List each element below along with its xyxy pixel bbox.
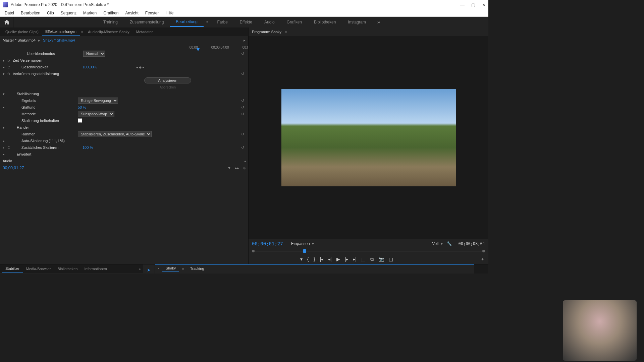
- disclosure-toggle[interactable]: ▸: [3, 65, 7, 69]
- stopwatch-icon[interactable]: ⏱: [7, 65, 12, 69]
- button-editor-icon[interactable]: ＋: [480, 256, 485, 262]
- play-only-icon[interactable]: ▸▸: [235, 166, 239, 170]
- disclosure-toggle[interactable]: ▾: [3, 92, 7, 96]
- home-icon[interactable]: [0, 17, 13, 27]
- workspace-audio[interactable]: Audio: [258, 18, 281, 26]
- timeline-tab-shaky[interactable]: Shaky: [162, 265, 179, 272]
- ec-sequence-clip[interactable]: Shaky * Shaky.mp4: [43, 38, 75, 42]
- prev-keyframe-icon[interactable]: ◂: [136, 65, 138, 69]
- reset-icon[interactable]: [241, 105, 244, 110]
- menu-grafiken[interactable]: Grafiken: [100, 10, 122, 16]
- export-frame-icon[interactable]: ⎋: [243, 166, 246, 170]
- play-icon[interactable]: ▶: [336, 256, 340, 262]
- menu-datei[interactable]: Datei: [1, 10, 17, 16]
- maximize-button[interactable]: ▢: [471, 2, 475, 7]
- scrub-start-knob[interactable]: [252, 250, 255, 252]
- reset-icon[interactable]: [241, 72, 244, 76]
- filter-icon[interactable]: ▼: [227, 166, 231, 170]
- disclosure-toggle[interactable]: ▸: [3, 105, 7, 110]
- additional-scale-value[interactable]: 100 %: [83, 145, 136, 149]
- workspace-farbe[interactable]: Farbe: [211, 18, 233, 26]
- ec-play-icon[interactable]: ▸: [244, 38, 246, 43]
- close-tab-icon[interactable]: ×: [157, 266, 159, 270]
- menu-bearbeiten[interactable]: Bearbeiten: [17, 10, 44, 16]
- menu-fenster[interactable]: Fenster: [142, 10, 162, 16]
- workspace-instagram[interactable]: Instagram: [342, 18, 372, 26]
- workspace-bearbeitung[interactable]: Bearbeitung: [170, 17, 204, 27]
- ec-master-clip[interactable]: Master * Shaky.mp4: [3, 38, 36, 42]
- mark-clip-in-icon[interactable]: {: [307, 256, 309, 262]
- ec-playhead[interactable]: [198, 50, 198, 164]
- tab-audio-mixer[interactable]: Audioclip-Mischer: Shaky: [85, 28, 133, 35]
- panel-menu-icon[interactable]: ≡: [285, 30, 287, 34]
- go-to-out-icon[interactable]: ▸|: [353, 256, 357, 262]
- overflow-icon[interactable]: »: [139, 267, 141, 271]
- menu-ansicht[interactable]: Ansicht: [122, 10, 142, 16]
- disclosure-toggle[interactable]: ▾: [3, 72, 7, 76]
- smoothness-value[interactable]: 50 %: [78, 105, 131, 109]
- tab-info[interactable]: Informationen: [81, 265, 110, 272]
- speed-value[interactable]: 100,00%: [83, 65, 136, 69]
- menu-clip[interactable]: Clip: [44, 10, 57, 16]
- add-keyframe-icon[interactable]: ◆: [139, 65, 142, 69]
- workspace-zusammenstellung[interactable]: Zusammenstellung: [124, 18, 170, 26]
- reset-icon[interactable]: [241, 145, 244, 150]
- tab-effect-controls[interactable]: Effekteinstellungen: [42, 28, 80, 36]
- method-select[interactable]: Subspace-Warp: [78, 111, 114, 117]
- tab-project[interactable]: Stabilize: [2, 265, 23, 273]
- selection-tool-icon[interactable]: ➤: [146, 266, 152, 273]
- step-back-icon[interactable]: ◂|: [328, 256, 332, 262]
- fx-badge-icon[interactable]: fx: [7, 72, 13, 76]
- comparison-view-icon[interactable]: ◫: [389, 256, 393, 262]
- collapse-icon[interactable]: ▴: [244, 159, 246, 163]
- mark-clip-out-icon[interactable]: }: [314, 256, 315, 262]
- blend-mode-select[interactable]: Normal: [83, 51, 105, 57]
- menu-sequenz[interactable]: Sequenz: [57, 10, 80, 16]
- program-scrub-track[interactable]: [252, 251, 485, 251]
- workspace-training[interactable]: Training: [97, 18, 124, 26]
- workspace-grafiken[interactable]: Grafiken: [281, 18, 308, 26]
- minimize-button[interactable]: —: [460, 2, 465, 7]
- workspace-overflow-icon[interactable]: »: [373, 19, 384, 25]
- preserve-scale-checkbox[interactable]: [78, 118, 82, 123]
- reset-icon[interactable]: [241, 112, 244, 116]
- program-timecode[interactable]: 00;00;01;27: [252, 241, 283, 246]
- program-scrub-handle[interactable]: [303, 249, 306, 253]
- tab-metadata[interactable]: Metadaten: [133, 28, 157, 35]
- reset-icon[interactable]: [241, 132, 244, 136]
- workspace-bibliotheken[interactable]: Bibliotheken: [308, 18, 342, 26]
- mark-in-icon[interactable]: ▾: [300, 256, 303, 262]
- extract-icon[interactable]: ⧉: [370, 256, 374, 262]
- menu-hilfe[interactable]: Hilfe: [162, 10, 177, 16]
- disclosure-toggle[interactable]: ▾: [3, 58, 7, 63]
- workspace-menu-icon[interactable]: ≡: [204, 20, 211, 24]
- settings-wrench-icon[interactable]: 🔧: [447, 241, 452, 246]
- workspace-effekte[interactable]: Effekte: [234, 18, 258, 26]
- export-frame-icon[interactable]: 📷: [378, 256, 384, 262]
- disclosure-toggle[interactable]: ▸: [3, 152, 7, 157]
- resolution-dropdown[interactable]: Voll: [432, 241, 438, 246]
- disclosure-toggle[interactable]: ▸: [3, 139, 7, 143]
- fit-dropdown[interactable]: Einpassen: [291, 241, 310, 246]
- stopwatch-icon[interactable]: ⏱: [7, 146, 12, 149]
- panel-menu-icon[interactable]: ≡: [182, 266, 184, 270]
- tab-libraries[interactable]: Bibliotheken: [54, 265, 81, 272]
- reset-icon[interactable]: [241, 99, 244, 103]
- go-to-in-icon[interactable]: |◂: [320, 256, 323, 262]
- chevron-down-icon[interactable]: ▾: [441, 241, 443, 246]
- next-keyframe-icon[interactable]: ▸: [143, 65, 144, 69]
- ec-timecode[interactable]: 00;00;01;27: [3, 166, 24, 170]
- disclosure-toggle[interactable]: ▸: [3, 145, 7, 150]
- result-select[interactable]: Ruhige Bewegung: [78, 98, 118, 104]
- tab-source[interactable]: Quelle: (keine Clips): [2, 28, 42, 35]
- step-forward-icon[interactable]: |▸: [345, 256, 348, 262]
- fx-badge-icon[interactable]: fx: [7, 58, 13, 62]
- disclosure-toggle[interactable]: ▾: [3, 125, 7, 130]
- reset-icon[interactable]: [241, 52, 244, 56]
- scrub-end-knob[interactable]: [482, 250, 485, 252]
- tab-media-browser[interactable]: Media-Browser: [23, 265, 54, 272]
- chevron-down-icon[interactable]: ▾: [312, 241, 314, 246]
- panel-menu-icon[interactable]: ≡: [80, 30, 85, 34]
- timeline-tab-tracking[interactable]: Tracking: [187, 266, 208, 271]
- framing-select[interactable]: Stabilisieren, Zuschneiden, Auto-Skalier…: [78, 131, 152, 137]
